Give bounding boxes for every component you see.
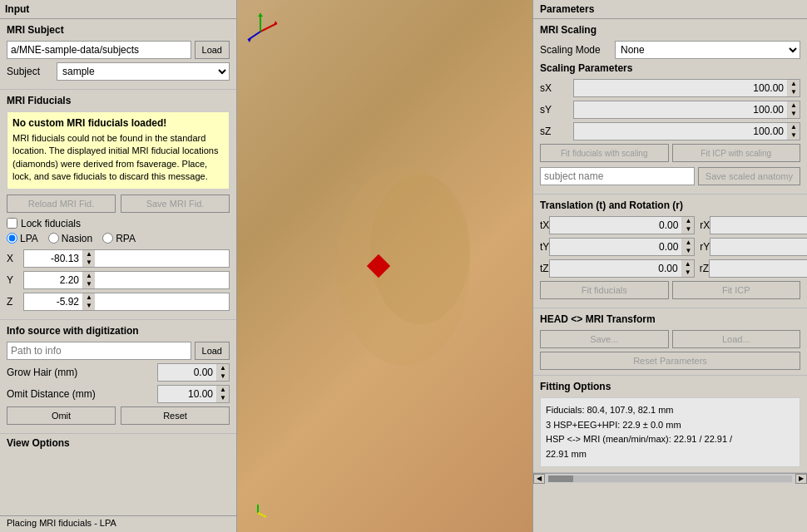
- scroll-right-button[interactable]: ▶: [795, 474, 807, 484]
- x-up-arrow[interactable]: ▲: [83, 250, 95, 259]
- nasion-radio-label[interactable]: Nasion: [48, 233, 92, 244]
- mri-subject-title: MRI Subject: [7, 24, 230, 36]
- fitting-info-text: Fiducials: 80.4, 107.9, 82.1 mm 3 HSP+EE…: [546, 403, 795, 461]
- sz-arrows: ▲ ▼: [787, 123, 800, 140]
- omit-distance-down[interactable]: ▼: [217, 394, 229, 402]
- reset-parameters-button[interactable]: Reset Parameters: [540, 352, 800, 370]
- y-row: Y ▲ ▼: [7, 271, 230, 289]
- sy-up[interactable]: ▲: [788, 101, 800, 110]
- right-panel-header: Parameters: [533, 0, 807, 19]
- right-panel-scrollbar[interactable]: ◀ ▶: [533, 473, 807, 483]
- 3d-view[interactable]: [237, 0, 532, 532]
- y-input[interactable]: [24, 272, 82, 288]
- translation-rotation-section: Translation (t) and Rotation (r) tX ▲ ▼ …: [533, 195, 807, 308]
- sx-arrows: ▲ ▼: [787, 80, 800, 96]
- tr-title: Translation (t) and Rotation (r): [540, 200, 800, 211]
- rx-label: rX: [700, 219, 710, 231]
- fit-icp-scaling-button[interactable]: Fit ICP with scaling: [672, 144, 801, 162]
- reset-button[interactable]: Reset: [121, 406, 230, 425]
- ty-input[interactable]: [550, 239, 681, 255]
- head-mri-transform-section: HEAD <> MRI Transform Save... Load... Re…: [533, 308, 807, 376]
- x-input[interactable]: [24, 250, 82, 267]
- save-mri-fid-button[interactable]: Save MRI Fid.: [121, 195, 230, 213]
- save-scaled-anatomy-button[interactable]: Save scaled anatomy: [698, 167, 800, 185]
- scroll-left-button[interactable]: ◀: [533, 474, 545, 484]
- info-source-title: Info source with digitization: [7, 325, 230, 337]
- sx-label: sX: [540, 82, 573, 94]
- rx-input[interactable]: [710, 217, 807, 234]
- view-options-section: View Options: [0, 434, 236, 452]
- fitting-options-section: Fitting Options Fiducials: 80.4, 107.9, …: [533, 376, 807, 473]
- rz-label: rZ: [700, 263, 709, 274]
- ty-up[interactable]: ▲: [682, 239, 694, 247]
- grow-hair-up[interactable]: ▲: [217, 364, 229, 372]
- y-up-arrow[interactable]: ▲: [83, 272, 95, 280]
- left-panel: Input MRI Subject Load Subject sample MR…: [0, 0, 237, 532]
- scaling-mode-row: Scaling Mode None: [540, 41, 800, 59]
- tx-down[interactable]: ▼: [682, 225, 694, 234]
- sx-down[interactable]: ▼: [788, 88, 800, 96]
- sx-up[interactable]: ▲: [788, 80, 800, 88]
- omit-distance-input[interactable]: [158, 386, 216, 402]
- tx-input[interactable]: [550, 217, 681, 234]
- mri-path-input[interactable]: [7, 41, 191, 59]
- info-path-input[interactable]: [7, 342, 191, 360]
- grow-hair-input[interactable]: [158, 364, 216, 381]
- omit-distance-label: Omit Distance (mm): [7, 388, 157, 400]
- x-down-arrow[interactable]: ▼: [83, 259, 95, 267]
- scaling-params-title: Scaling Parameters: [540, 62, 800, 74]
- subject-name-input[interactable]: [540, 167, 695, 185]
- reload-mri-fid-button[interactable]: Reload MRI Fid.: [7, 195, 116, 213]
- sy-arrows: ▲ ▼: [787, 101, 800, 118]
- sy-down[interactable]: ▼: [788, 110, 800, 118]
- z-input[interactable]: [24, 293, 82, 310]
- mri-subject-section: MRI Subject Load Subject sample: [0, 19, 236, 90]
- y-down-arrow[interactable]: ▼: [83, 280, 95, 288]
- sy-row: sY ▲ ▼: [540, 101, 800, 119]
- fit-fiducials-button[interactable]: Fit fiducials: [540, 281, 669, 299]
- sy-input[interactable]: [574, 101, 787, 118]
- z-up-arrow[interactable]: ▲: [83, 293, 95, 302]
- sz-label: sZ: [540, 126, 573, 137]
- head-mri-load-button[interactable]: Load...: [672, 330, 801, 348]
- sz-up[interactable]: ▲: [788, 123, 800, 131]
- fit-icp-button[interactable]: Fit ICP: [672, 281, 801, 299]
- tx-up[interactable]: ▲: [682, 217, 694, 225]
- mri-scaling-section: MRI Scaling Scaling Mode None Scaling Pa…: [533, 19, 807, 195]
- nasion-radio[interactable]: [48, 233, 59, 244]
- center-3d-panel[interactable]: [237, 0, 532, 532]
- tx-rx-row: tX ▲ ▼ rX ▲ ▼: [540, 216, 800, 234]
- tz-up[interactable]: ▲: [682, 260, 694, 268]
- rpa-radio[interactable]: [102, 233, 113, 244]
- head-mri-save-button[interactable]: Save...: [540, 330, 669, 348]
- sz-down[interactable]: ▼: [788, 131, 800, 140]
- scaling-mode-select[interactable]: None: [615, 41, 800, 59]
- warning-text: MRI fiducials could not be found in the …: [12, 132, 224, 184]
- rpa-radio-label[interactable]: RPA: [102, 233, 136, 244]
- sx-input[interactable]: [574, 80, 787, 96]
- ty-down[interactable]: ▼: [682, 247, 694, 255]
- tz-input[interactable]: [550, 260, 681, 277]
- ry-input[interactable]: [710, 239, 807, 255]
- tz-down[interactable]: ▼: [682, 268, 694, 277]
- rz-input[interactable]: [710, 260, 807, 277]
- lpa-radio-label[interactable]: LPA: [7, 233, 38, 244]
- right-panel: Parameters MRI Scaling Scaling Mode None…: [532, 0, 807, 532]
- status-bar: Placing MRI fiducials - LPA: [0, 515, 236, 532]
- omit-distance-up[interactable]: ▲: [217, 386, 229, 394]
- mri-fiducials-title: MRI Fiducials: [7, 95, 230, 106]
- info-load-button[interactable]: Load: [195, 342, 230, 360]
- y-label: Y: [7, 274, 23, 286]
- lock-fiducials-checkbox[interactable]: [7, 218, 17, 229]
- view-options-title: View Options: [7, 437, 230, 449]
- z-down-arrow[interactable]: ▼: [83, 302, 95, 310]
- fit-fiducials-scaling-button[interactable]: Fit fiducials with scaling: [540, 144, 669, 162]
- ty-ry-row: tY ▲ ▼ rY ▲ ▼: [540, 238, 800, 256]
- mri-load-button[interactable]: Load: [195, 41, 230, 59]
- grow-hair-down[interactable]: ▼: [217, 372, 229, 381]
- subject-select[interactable]: sample: [57, 62, 230, 81]
- svg-point-7: [370, 175, 470, 324]
- sz-input[interactable]: [574, 123, 787, 140]
- lpa-radio[interactable]: [7, 233, 17, 244]
- omit-button[interactable]: Omit: [7, 406, 116, 425]
